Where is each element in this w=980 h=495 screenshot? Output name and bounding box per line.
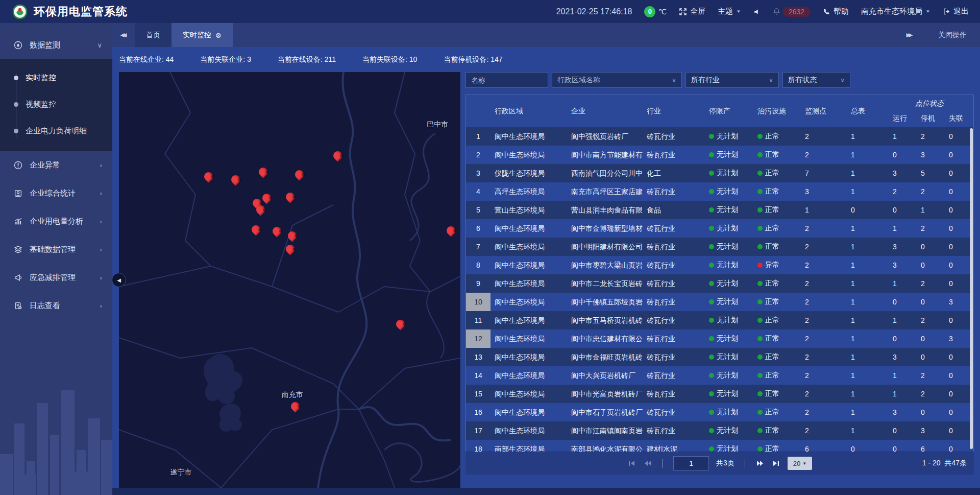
cell-facility: 正常 (753, 169, 801, 178)
map-panel[interactable]: 巴中市南充市遂宁市 ◀ (119, 72, 460, 488)
cell-offline: 3 (945, 293, 973, 311)
table-scrollbar[interactable] (970, 128, 973, 449)
table-row[interactable]: 2阆中生态环境局阆中市南方节能建材有砖瓦行业无计划正常21030 (466, 146, 973, 164)
tab-close-icon[interactable]: ⊗ (215, 31, 222, 39)
notification-area[interactable]: 2632 (773, 7, 811, 17)
tab-首页[interactable]: 首页 (135, 23, 172, 47)
bullet-dot-icon (14, 102, 18, 107)
bullet-dot-icon (14, 76, 18, 80)
table-row[interactable]: 7阆中生态环境局阆中明阳建材有限公司砖瓦行业无计划正常21300 (466, 238, 973, 256)
sidebar-item-1[interactable]: 数据监测∨ (0, 31, 112, 59)
col-rownum (466, 95, 491, 127)
stat-当前失联设备: 当前失联设备: 10 (362, 55, 417, 64)
logout-button[interactable]: 退出 (943, 7, 969, 16)
table-row[interactable]: 10阆中生态环境局阆中千佛镇五郎垭页岩砖瓦行业无计划正常21003 (466, 293, 973, 311)
cell-company: 阆中市江南镇阆南页岩 (567, 421, 643, 440)
chevron-down-icon: ∨ (665, 77, 676, 84)
status-dot-green (757, 446, 763, 452)
cell-running: 3 (889, 403, 917, 421)
map-collapse-button[interactable]: ◀ (112, 273, 126, 287)
table-row[interactable]: 6阆中生态环境局阆中市金博瑞新型墙材砖瓦行业无计划正常21120 (466, 219, 973, 238)
close-operations-button[interactable]: 关闭操作 (938, 31, 967, 40)
cell-running: 1 (889, 366, 917, 385)
table-row[interactable]: 3仪陇生态环境局西南油气田分公司川中化工无计划正常71350 (466, 164, 973, 182)
table-row[interactable]: 18南部生态环境局南部县鸿化水泥有限公建材|水泥无计划正常60060 (466, 440, 973, 452)
skyline-decoration (0, 375, 112, 495)
status-select[interactable]: 所有状态 ∨ (782, 72, 850, 88)
last-page-button[interactable] (772, 459, 780, 467)
stat-当前失联企业: 当前失联企业: 3 (200, 55, 251, 64)
sidebar-item-2[interactable]: 企业异常‹ (0, 151, 112, 179)
sidebar-item-6[interactable]: 应急减排管理‹ (0, 264, 112, 292)
table-row[interactable]: 14阆中生态环境局阆中大兴页岩机砖厂砖瓦行业无计划正常21120 (466, 366, 973, 385)
organization-menu-button[interactable]: 南充市生态环境局▼ (861, 7, 930, 16)
row-number: 10 (466, 293, 491, 311)
cell-meter: 0 (847, 201, 889, 219)
table-row[interactable]: 15阆中生态环境局阆中市光富页岩机砖厂砖瓦行业无计划正常21120 (466, 385, 973, 403)
status-dot-green (709, 226, 714, 231)
industry-select[interactable]: 所有行业 ∨ (685, 72, 779, 88)
table-row[interactable]: 4高坪生态环境局南充市高坪区王家店建砖瓦行业无计划正常31220 (466, 182, 973, 201)
sidebar-subitem-实时监控[interactable]: 实时监控 (0, 64, 112, 91)
map-city-label-巴中市: 巴中市 (427, 120, 448, 129)
sound-button[interactable] (753, 8, 761, 15)
tabs-scroll-right-button[interactable]: ▶▶ (898, 32, 921, 38)
row-number: 17 (466, 421, 491, 440)
facility-label: 正常 (765, 444, 779, 452)
sidebar-subitem-企业电力负荷明细[interactable]: 企业电力负荷明细 (0, 117, 112, 144)
table-row[interactable]: 5营山生态环境局营山县润丰肉食品有限食品无计划正常10010 (466, 201, 973, 219)
region-select[interactable]: 行政区域名称 ∨ (552, 72, 682, 88)
status-dot-green (709, 263, 714, 268)
speaker-icon (753, 8, 761, 15)
cell-offline: 0 (945, 164, 973, 182)
cell-stopped: 3 (917, 421, 945, 440)
table-row[interactable]: 13阆中生态环境局阆中市金福旺页岩机砖砖瓦行业无计划正常21300 (466, 348, 973, 366)
sidebar-item-3[interactable]: 企业综合统计‹ (0, 179, 112, 207)
tab-实时监控[interactable]: 实时监控⊗ (172, 23, 233, 47)
sidebar-item-4[interactable]: 企业用电量分析‹ (0, 207, 112, 235)
cell-industry: 砖瓦行业 (643, 366, 705, 385)
table-row[interactable]: 8阆中生态环境局阆中市枣碧大梁山页岩砖瓦行业无计划异常21300 (466, 256, 973, 274)
cell-meter: 1 (847, 293, 889, 311)
stat-当前在线企业: 当前在线企业: 44 (119, 55, 174, 64)
status-dot-green (757, 244, 763, 249)
fullscreen-button[interactable]: 全屏 (679, 7, 705, 16)
chevron-left-icon: ◀ (117, 277, 121, 283)
cell-meter: 1 (847, 256, 889, 274)
next-page-button[interactable] (755, 459, 765, 467)
sidebar-subitem-视频监控[interactable]: 视频监控 (0, 91, 112, 117)
cell-production: 无计划 (705, 261, 753, 270)
help-button[interactable]: 帮助 (823, 7, 849, 16)
cell-production: 无计划 (705, 150, 753, 159)
cell-facility: 正常 (753, 389, 801, 398)
row-number: 7 (466, 238, 491, 256)
table-row[interactable]: 16阆中生态环境局阆中市石子页岩机砖厂砖瓦行业无计划正常21300 (466, 403, 973, 421)
table-row[interactable]: 1阆中生态环境局阆中强锐页岩砖厂砖瓦行业无计划正常21120 (466, 127, 973, 146)
tabs-scroll-left-button[interactable]: ◀◀ (112, 23, 135, 47)
sidebar-item-5[interactable]: 基础数据管理‹ (0, 235, 112, 264)
chevron-left-icon: ‹ (100, 274, 102, 281)
facility-label: 正常 (765, 279, 779, 288)
name-search-input[interactable] (465, 72, 548, 88)
table-row[interactable]: 17阆中生态环境局阆中市江南镇阆南页岩砖瓦行业无计划正常21030 (466, 421, 973, 440)
cell-company: 阆中市南方节能建材有 (567, 146, 643, 164)
cell-stopped: 0 (917, 256, 945, 274)
cell-running: 1 (889, 127, 917, 146)
prev-page-button[interactable] (643, 459, 652, 467)
table-row[interactable]: 12阆中生态环境局阆中市忠信建材有限公砖瓦行业无计划正常21003 (466, 329, 973, 348)
table-row[interactable]: 9阆中生态环境局阆中市二龙长宝页岩砖砖瓦行业无计划正常21120 (466, 274, 973, 293)
status-dot-green (757, 171, 763, 176)
row-number: 8 (466, 256, 491, 274)
tab-label: 首页 (146, 31, 160, 40)
status-dot-green (709, 318, 714, 323)
page-size-select[interactable]: 20▼ (788, 457, 812, 470)
theme-menu-button[interactable]: 主题▼ (718, 7, 741, 16)
first-page-button[interactable] (627, 459, 636, 467)
facility-label: 正常 (765, 187, 779, 196)
status-dot-green (709, 391, 714, 396)
cell-meter: 1 (847, 329, 889, 348)
page-number-input[interactable]: 1 (673, 456, 709, 470)
sidebar-item-7[interactable]: 日志查看‹ (0, 292, 112, 320)
table-row[interactable]: 11阆中生态环境局阆中市五马桥页岩机砖砖瓦行业无计划正常21120 (466, 311, 973, 329)
cell-meter: 1 (847, 385, 889, 403)
